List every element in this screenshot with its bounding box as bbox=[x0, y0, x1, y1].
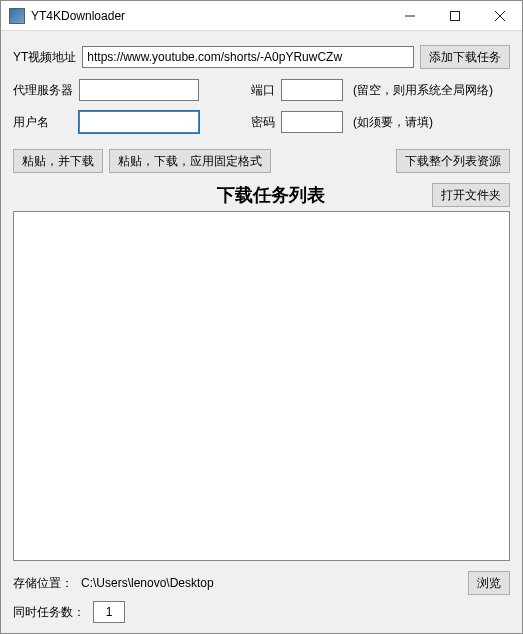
storage-label: 存储位置： bbox=[13, 575, 73, 592]
port-input[interactable] bbox=[281, 79, 343, 101]
action-button-row: 粘贴，并下载 粘贴，下载，应用固定格式 下载整个列表资源 bbox=[13, 149, 510, 173]
url-label: YT视频地址 bbox=[13, 49, 76, 66]
add-task-button[interactable]: 添加下载任务 bbox=[420, 45, 510, 69]
list-header-row: 下载任务列表 打开文件夹 bbox=[13, 183, 510, 207]
maximize-button[interactable] bbox=[432, 1, 477, 31]
credentials-row: 用户名 密码 (如须要，请填) bbox=[13, 111, 510, 133]
port-label: 端口 bbox=[251, 82, 275, 99]
username-label: 用户名 bbox=[13, 114, 73, 131]
storage-path: C:\Users\lenovo\Desktop bbox=[81, 576, 460, 590]
minimize-button[interactable] bbox=[387, 1, 432, 31]
password-label: 密码 bbox=[251, 114, 275, 131]
concurrent-label: 同时任务数： bbox=[13, 604, 85, 621]
titlebar: YT4KDownloader bbox=[1, 1, 522, 31]
client-area: YT视频地址 添加下载任务 代理服务器 端口 (留空，则用系统全局网络) 用户名… bbox=[1, 31, 522, 633]
paste-download-fixed-button[interactable]: 粘贴，下载，应用固定格式 bbox=[109, 149, 271, 173]
url-input[interactable] bbox=[82, 46, 414, 68]
app-window: YT4KDownloader YT视频地址 添加下载任务 代理服务器 端口 (留… bbox=[0, 0, 523, 634]
storage-row: 存储位置： C:\Users\lenovo\Desktop 浏览 bbox=[13, 571, 510, 595]
proxy-row: 代理服务器 端口 (留空，则用系统全局网络) bbox=[13, 79, 510, 101]
paste-download-button[interactable]: 粘贴，并下载 bbox=[13, 149, 103, 173]
username-input[interactable] bbox=[79, 111, 199, 133]
svg-rect-1 bbox=[450, 11, 459, 20]
close-button[interactable] bbox=[477, 1, 522, 31]
task-list-title: 下载任务列表 bbox=[217, 183, 325, 207]
url-row: YT视频地址 添加下载任务 bbox=[13, 45, 510, 69]
concurrent-row: 同时任务数： bbox=[13, 601, 510, 623]
credentials-hint: (如须要，请填) bbox=[353, 114, 433, 131]
proxy-label: 代理服务器 bbox=[13, 82, 73, 99]
proxy-hint: (留空，则用系统全局网络) bbox=[353, 82, 493, 99]
download-playlist-button[interactable]: 下载整个列表资源 bbox=[396, 149, 510, 173]
open-folder-button[interactable]: 打开文件夹 bbox=[432, 183, 510, 207]
proxy-input[interactable] bbox=[79, 79, 199, 101]
window-title: YT4KDownloader bbox=[31, 9, 125, 23]
app-icon bbox=[9, 8, 25, 24]
password-input[interactable] bbox=[281, 111, 343, 133]
concurrent-input[interactable] bbox=[93, 601, 125, 623]
browse-button[interactable]: 浏览 bbox=[468, 571, 510, 595]
task-list[interactable] bbox=[13, 211, 510, 561]
